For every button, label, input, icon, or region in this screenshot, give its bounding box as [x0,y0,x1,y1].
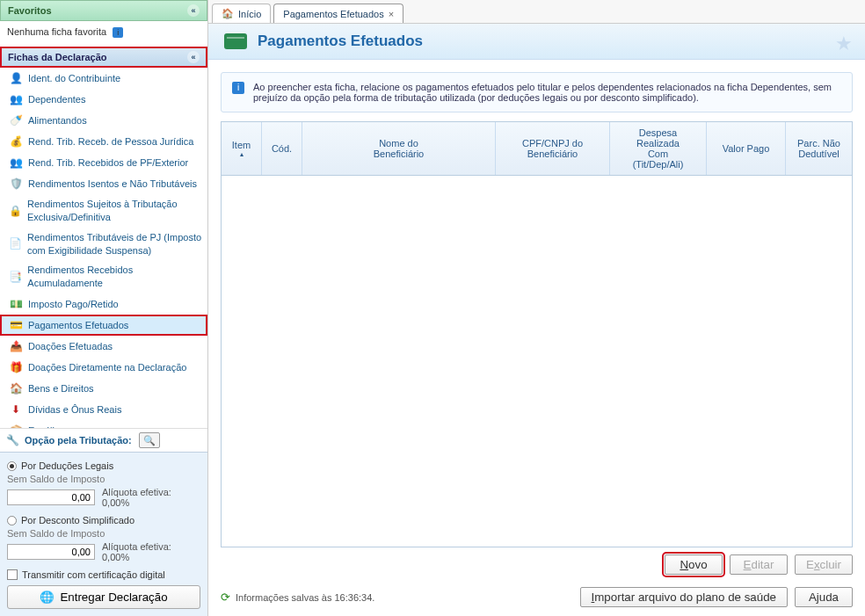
col-header-3[interactable]: CPF/CNPJ doBeneficiário [496,122,610,175]
nav-item-label: Rend. Trib. Receb. de Pessoa Jurídica [28,135,193,149]
sidebar-item-3[interactable]: 💰Rend. Trib. Receb. de Pessoa Jurídica [0,131,207,152]
sidebar-item-13[interactable]: 🏠Bens e Direitos [0,378,207,399]
deliver-label: Entregar Declaração [60,591,167,604]
favorite-star-icon[interactable]: ★ [835,33,853,55]
nav-item-icon: 👥 [9,92,23,106]
cert-checkbox[interactable] [7,569,18,580]
ajuda-button[interactable]: Ajuda [795,587,853,607]
deducoes-aliq: Alíquota efetiva: 0,00% [102,487,200,508]
nav-item-label: Doações Diretamente na Declaração [28,361,186,374]
sidebar-item-10[interactable]: 💳Pagamentos Efetuados [0,315,207,336]
nav-item-icon: 🛡️ [9,177,23,191]
col-header-4[interactable]: DespesaRealizadaCom(Tit/Dep/Ali) [610,122,707,175]
col-header-2[interactable]: Nome doBeneficiário [302,122,496,175]
sidebar-item-5[interactable]: 🛡️Rendimentos Isentos e Não Tributáveis [0,173,207,194]
tab-label: Início [238,9,261,19]
page-title: Pagamentos Efetuados [258,33,423,50]
info-text: Ao preencher esta ficha, relacione os pa… [253,82,841,103]
simplificado-aliq: Alíquota efetiva: 0,00% [102,541,200,562]
tax-option-label: Opção pela Tributação: [25,435,132,446]
sidebar-item-9[interactable]: 💵Imposto Pago/Retido [0,294,207,315]
deducoes-value-input[interactable] [7,489,95,505]
close-tab-icon[interactable]: × [389,9,394,19]
fichas-title: Fichas da Declaração [8,52,107,62]
col-header-5[interactable]: Valor Pago [707,122,786,175]
tax-option-icon: 🔧 [5,433,19,447]
nav-item-icon: 💰 [9,134,23,149]
radio-deducoes-label: Por Deduções Legais [21,460,113,471]
col-header-0[interactable]: Item [222,122,262,175]
cert-checkbox-row[interactable]: Transmitir com certificação digital [7,569,200,580]
sidebar-item-0[interactable]: 👤Ident. do Contribuinte [0,68,207,89]
sidebar-item-1[interactable]: 👥Dependentes [0,89,207,110]
grid-body-empty [222,176,852,547]
tab-0[interactable]: 🏠Início [212,4,271,23]
nav-item-icon: 💳 [9,318,23,332]
nav-item-label: Rendimentos Isentos e Não Tributáveis [28,178,197,191]
cert-label: Transmitir com certificação digital [22,569,165,580]
favorites-body: Nenhuma ficha favorita i [0,21,207,47]
globe-icon: 🌐 [40,591,55,604]
sidebar-item-7[interactable]: 📄Rendimentos Tributáveis de PJ (Imposto … [0,228,207,261]
novo-button[interactable]: Novo [665,554,723,575]
sidebar-item-15[interactable]: 📦Espólio [0,420,207,428]
status-text: Informações salvas às 16:36:34. [236,592,374,603]
nav-item-icon: 💵 [9,297,23,311]
page-header: Pagamentos Efetuados ★ [208,24,865,60]
nav-item-icon: 📄 [9,237,22,251]
simplificado-sub: Sem Saldo de Imposto [7,528,200,539]
nav-item-label: Dependentes [28,93,85,106]
excluir-button: Excluir [795,554,853,575]
nav-item-label: Pagamentos Efetuados [28,319,128,332]
nav-item-label: Rend. Trib. Recebidos de PF/Exterior [28,156,188,170]
payments-grid: ItemCód.Nome doBeneficiárioCPF/CNPJ doBe… [221,121,853,547]
refresh-icon: ⟳ [221,591,230,604]
nav-item-label: Ident. do Contribuinte [28,72,120,85]
nav-item-icon: 👥 [9,156,23,170]
nav-item-label: Rendimentos Tributáveis de PJ (Imposto c… [27,231,202,257]
collapse-fichas-icon[interactable]: « [187,51,200,63]
fichas-section-header[interactable]: Fichas da Declaração « [0,47,207,68]
radio-simplificado-input[interactable] [7,516,17,525]
simplificado-value-input[interactable] [7,544,95,560]
info-banner: i Ao preencher esta ficha, relacione os … [221,72,853,112]
radio-simplificado[interactable]: Por Desconto Simplificado [7,515,200,525]
magnify-button[interactable]: 🔍 [139,432,160,448]
col-header-1[interactable]: Cód. [262,122,302,175]
nav-item-icon: 🏠 [9,381,23,395]
favorites-section-header[interactable]: Favoritos « [0,0,207,21]
nav-item-icon: 👤 [9,71,23,85]
col-header-6[interactable]: Parc. NãoDedutível [786,122,852,175]
favorites-title: Favoritos [8,5,52,16]
favorites-empty-text: Nenhuma ficha favorita [7,26,106,37]
sidebar-item-4[interactable]: 👥Rend. Trib. Recebidos de PF/Exterior [0,152,207,173]
importar-button[interactable]: Importar arquivo do plano de saúde [580,587,788,607]
nav-item-label: Rendimentos Recebidos Acumuladamente [27,264,202,290]
nav-item-icon: 🍼 [9,113,23,127]
nav-item-label: Rendimentos Sujeitos à Tributação Exclus… [27,198,202,224]
radio-deducoes-input[interactable] [7,461,17,471]
sidebar-item-2[interactable]: 🍼Alimentandos [0,110,207,131]
nav-item-icon: 📑 [9,270,22,284]
sidebar-item-12[interactable]: 🎁Doações Diretamente na Declaração [0,357,207,378]
radio-deducoes[interactable]: Por Deduções Legais [7,460,200,471]
info-icon: i [232,82,244,94]
nav-item-label: Dívidas e Ônus Reais [28,403,121,417]
sidebar-item-8[interactable]: 📑Rendimentos Recebidos Acumuladamente [0,260,207,294]
collapse-favorites-icon[interactable]: « [187,4,200,17]
radio-simplificado-label: Por Desconto Simplificado [21,515,134,525]
nav-item-label: Bens e Direitos [28,382,94,395]
tab-label: Pagamentos Efetuados [283,9,383,19]
info-icon[interactable]: i [113,27,123,38]
tax-panel: Por Deduções Legais Sem Saldo de Imposto… [0,452,207,616]
tax-option-row: 🔧 Opção pela Tributação: 🔍 [0,428,207,452]
sidebar-item-14[interactable]: ⬇Dívidas e Ônus Reais [0,399,207,420]
deducoes-sub: Sem Saldo de Imposto [7,474,200,484]
tab-1[interactable]: Pagamentos Efetuados× [273,4,403,23]
sidebar-item-6[interactable]: 🔒Rendimentos Sujeitos à Tributação Exclu… [0,194,207,228]
deliver-button[interactable]: 🌐 Entregar Declaração [7,585,200,609]
nav-list: 👤Ident. do Contribuinte👥Dependentes🍼Alim… [0,68,207,428]
sidebar-item-11[interactable]: 📤Doações Efetuadas [0,336,207,357]
nav-item-label: Alimentandos [28,114,87,127]
nav-item-icon: ⬇ [9,402,23,417]
